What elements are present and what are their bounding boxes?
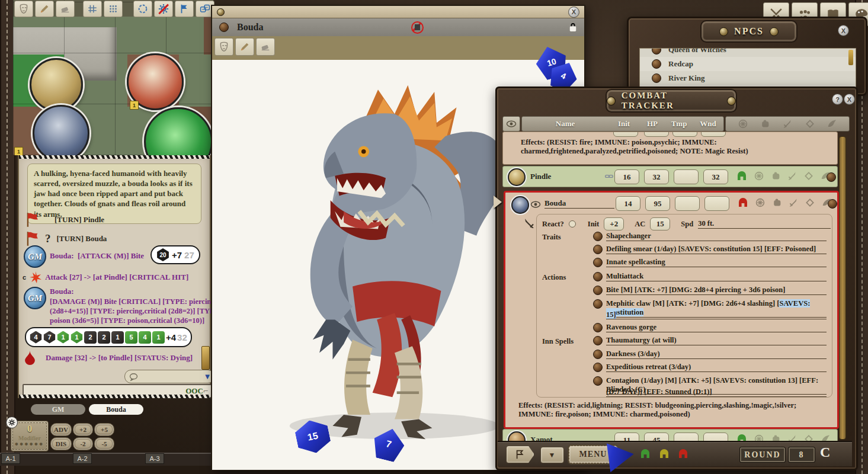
tracker-row-bouda-active[interactable]: Bouda 14 95 React? Init +2 AC 15 Spd 30 … (504, 191, 839, 429)
init-mod-field[interactable]: +2 (604, 217, 624, 230)
mask-icon[interactable] (14, 1, 33, 17)
eraser-icon[interactable] (56, 1, 75, 17)
tracker-scrollbar[interactable] (839, 136, 846, 440)
action-item-mephitic-claw[interactable]: Mephitic claw [M] [ATK: +7] [DMG: 2d6+4 … (606, 299, 827, 318)
column-wnd[interactable]: Wnd (693, 119, 723, 129)
column-hp[interactable]: HP (639, 119, 665, 129)
round-counter[interactable]: 8 (788, 447, 815, 463)
identity-tab-gm[interactable]: GM (31, 404, 85, 415)
init-field[interactable]: 14 (616, 196, 640, 211)
dot-grid-icon[interactable] (104, 1, 123, 17)
column-name[interactable]: Name (522, 119, 608, 129)
chat-mode-dropdown[interactable]: ▼ (124, 370, 214, 383)
combatant-name[interactable]: Bouda (544, 198, 614, 209)
radius-ring-icon[interactable] (133, 1, 152, 17)
wnd-field[interactable] (704, 196, 729, 211)
gauntlet-icon[interactable] (772, 198, 781, 207)
lock-icon[interactable] (569, 22, 577, 33)
action-dot[interactable] (593, 286, 603, 295)
scroll-down-button[interactable]: ▼ (540, 447, 564, 463)
sword-icon[interactable] (789, 198, 798, 207)
trait-item[interactable]: Innate spellcasting (606, 258, 827, 267)
amulet-icon[interactable] (805, 119, 815, 129)
combatant-name[interactable]: Pindle (530, 172, 551, 181)
spell-dot[interactable] (593, 376, 603, 386)
minus2-button[interactable]: -2 (73, 437, 93, 450)
amulet-icon[interactable] (805, 198, 815, 207)
sword-icon[interactable] (787, 171, 797, 181)
spell-dot[interactable] (593, 363, 603, 372)
neutral-filter-helmet-icon[interactable] (658, 448, 671, 460)
eye-icon[interactable] (530, 201, 541, 208)
pointer-flag-icon[interactable] (175, 1, 194, 17)
plus5-button[interactable]: +5 (94, 423, 114, 436)
dice-tower-icon[interactable] (201, 346, 210, 370)
record-link-dot[interactable] (827, 172, 836, 182)
hp-field[interactable]: 32 (644, 169, 669, 184)
close-icon[interactable]: X (838, 25, 849, 36)
init-field[interactable]: 16 (614, 169, 639, 184)
attack-sword-icon[interactable] (523, 217, 535, 229)
pencil-icon[interactable] (235, 38, 254, 56)
action-dot[interactable] (593, 272, 603, 281)
action-item[interactable]: Bite [M] [ATK: +7] [DMG: 2d8+4 piercing … (606, 286, 827, 295)
image-window-grab-bar[interactable]: X (212, 6, 584, 18)
token-bouda[interactable] (33, 105, 89, 155)
target-icon[interactable] (754, 171, 764, 181)
trait-item[interactable]: Defiling smear (1/day) [SAVEVS: constitu… (606, 245, 827, 254)
wing-icon[interactable] (827, 119, 837, 129)
hotkey-tab-a1[interactable]: A-1 (1, 453, 20, 464)
pindle-portrait[interactable] (508, 168, 526, 186)
target-icon[interactable] (738, 119, 748, 129)
action-item[interactable]: Ravenous gorge (606, 323, 827, 332)
minus5-button[interactable]: -5 (94, 437, 114, 450)
modifier-gear-badge[interactable] (6, 417, 18, 428)
npc-link-dot[interactable] (652, 73, 661, 83)
friendly-filter-helmet-icon[interactable] (639, 448, 652, 460)
spd-value[interactable]: 30 ft. (698, 219, 831, 229)
spell-item[interactable]: Thaumaturgy (at will) (606, 336, 827, 345)
action-dot[interactable] (593, 323, 603, 332)
eraser-icon[interactable] (256, 38, 275, 56)
spell-item-contagion-line2[interactable]: (D:7 DAY)] [EFF: Stunned (D:1)] (606, 387, 827, 397)
amulet-icon[interactable] (804, 171, 813, 181)
spell-dot[interactable] (593, 350, 603, 359)
target-icon[interactable] (755, 198, 765, 207)
map-window[interactable]: 1 1 (13, 0, 213, 155)
help-icon[interactable]: ? (832, 94, 843, 105)
friendly-helmet-icon[interactable] (735, 170, 748, 182)
spell-item[interactable]: Darkness (3/day) (606, 350, 827, 359)
npc-link-dot[interactable] (652, 59, 661, 69)
trait-dot[interactable] (593, 258, 603, 267)
tracker-header-eye[interactable] (502, 116, 520, 132)
column-init[interactable]: Init (608, 119, 639, 129)
token-pindle[interactable] (30, 58, 83, 111)
plus2-button[interactable]: +2 (73, 423, 93, 436)
npc-list-item[interactable]: River King (640, 71, 856, 85)
ac-field[interactable]: 15 (650, 217, 670, 230)
dis-button[interactable]: DIS (50, 437, 72, 450)
gauntlet-icon[interactable] (760, 119, 770, 129)
grid-disable-icon[interactable] (154, 1, 173, 17)
bouda-portrait[interactable] (511, 196, 529, 214)
npc-list-item[interactable]: Queen of Witches (640, 48, 856, 57)
adv-button[interactable]: ADV (50, 423, 72, 436)
hotkey-tab-a2[interactable]: A-2 (73, 453, 92, 464)
pencil-icon[interactable] (35, 1, 54, 17)
spell-item[interactable]: Expeditious retreat (3/day) (606, 363, 827, 372)
hotkey-tab-a3[interactable]: A-3 (145, 453, 164, 464)
gauntlet-icon[interactable] (771, 171, 780, 181)
tmp-field[interactable] (674, 169, 699, 184)
hp-field[interactable]: 95 (645, 196, 670, 211)
action-item[interactable]: Multiattack (606, 272, 827, 281)
scrollbar-ornament[interactable] (848, 50, 853, 65)
hostile-filter-helmet-icon[interactable] (677, 448, 690, 460)
next-turn-button[interactable] (506, 446, 534, 463)
mask-icon[interactable] (214, 38, 233, 56)
record-link-dot[interactable] (828, 199, 837, 209)
trait-item[interactable]: Shapechanger (606, 232, 827, 241)
sword-icon[interactable] (783, 119, 792, 129)
wnd-field[interactable]: 32 (703, 169, 728, 184)
tracker-row-partial[interactable]: Effects: (RESIST: fire; IMMUNE: poison,p… (502, 132, 838, 165)
identity-tab-bouda[interactable]: Bouda (89, 404, 143, 415)
